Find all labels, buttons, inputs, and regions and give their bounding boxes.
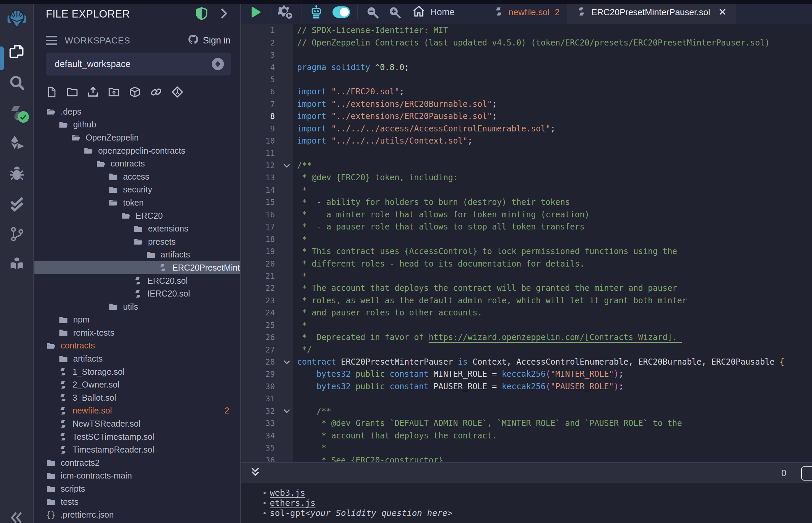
activity-file-explorer-icon[interactable] xyxy=(0,37,34,67)
github-sign-in-button[interactable]: Sign in xyxy=(187,34,231,47)
zoom-in-button[interactable] xyxy=(388,5,401,19)
fold-chevron-icon[interactable] xyxy=(280,409,293,413)
expand-terminal-icon[interactable] xyxy=(249,466,262,480)
tree-item-3-ballot-sol[interactable]: 3_Ballot.sol xyxy=(34,391,240,404)
activity-search-icon[interactable] xyxy=(0,67,34,98)
code-line-14[interactable]: 14 * xyxy=(242,184,812,196)
code-line-36[interactable]: 36 * See {ERC20-constructor}. xyxy=(242,454,812,462)
activity-solidity-compiler-icon[interactable] xyxy=(0,98,34,128)
workspace-select[interactable]: default_workspace xyxy=(46,53,231,75)
terminal-header[interactable]: 0 xyxy=(242,462,812,483)
code-line-15[interactable]: 15 * - ability for holders to burn (dest… xyxy=(242,196,812,208)
code-line-7[interactable]: 7import "../extensions/ERC20Burnable.sol… xyxy=(242,98,812,110)
activity-git-icon[interactable] xyxy=(0,219,34,249)
code-line-32[interactable]: 32 /** xyxy=(242,405,812,417)
activity-debugger-icon[interactable] xyxy=(0,158,34,189)
new-folder-icon[interactable] xyxy=(66,86,78,98)
code-line-34[interactable]: 34 * account that deploys the contract. xyxy=(242,429,812,441)
code-line-29[interactable]: 29 bytes32 public constant MINTER_ROLE =… xyxy=(242,368,812,380)
code-line-23[interactable]: 23 * roles, as well as the default admin… xyxy=(242,294,812,307)
code-line-10[interactable]: 10import "../../../utils/Context.sol"; xyxy=(242,135,812,147)
tree-item-erc20-sol[interactable]: ERC20.sol xyxy=(34,274,240,287)
code-line-24[interactable]: 24 * and pauser roles to other accounts. xyxy=(242,307,812,319)
tree-item-newtsreader-sol[interactable]: NewTSReader.sol xyxy=(34,417,240,430)
code-line-28[interactable]: 28contract ERC20PresetMinterPauser is Co… xyxy=(242,356,812,368)
remix-logo[interactable] xyxy=(0,5,34,32)
tree-item-2-owner-sol[interactable]: 2_Owner.sol xyxy=(34,378,240,391)
tree-item-extensions[interactable]: extensions xyxy=(34,222,240,235)
tree-item-tests[interactable]: tests xyxy=(34,495,240,508)
activity-deploy-run-icon[interactable] xyxy=(0,128,34,158)
run-script-button[interactable] xyxy=(249,5,262,19)
tree-item-github[interactable]: github xyxy=(34,118,240,131)
code-line-12[interactable]: 12/** xyxy=(242,159,812,172)
compile-run-settings-button[interactable] xyxy=(278,4,293,20)
shield-icon[interactable] xyxy=(195,7,208,22)
collapse-sidebar-icon[interactable] xyxy=(9,510,23,523)
code-line-33[interactable]: 33 * @dev Grants `DEFAULT_ADMIN_ROLE`, `… xyxy=(242,417,812,429)
tree-item-scripts[interactable]: scripts xyxy=(34,482,240,495)
ipfs-cube-icon[interactable] xyxy=(129,86,141,98)
code-line-2[interactable]: 2// OpenZeppelin Contracts (last updated… xyxy=(242,36,812,49)
code-line-19[interactable]: 19 * This contract uses {AccessControl} … xyxy=(242,245,812,257)
terminal-search-input[interactable] xyxy=(801,466,812,481)
code-line-27[interactable]: 27 */ xyxy=(242,343,812,356)
link-icon[interactable] xyxy=(150,86,162,98)
code-line-26[interactable]: 26 * _Deprecated in favor of https://wiz… xyxy=(242,331,812,343)
code-editor[interactable]: 1// SPDX-License-Identifier: MIT2// Open… xyxy=(242,24,812,462)
new-file-icon[interactable] xyxy=(46,86,57,98)
tree-item-remix-tests[interactable]: remix-tests xyxy=(34,326,240,339)
code-line-31[interactable]: 31 xyxy=(242,393,812,405)
code-line-11[interactable]: 11 xyxy=(242,147,812,159)
tree-item-icm-contracts-main[interactable]: icm-contracts-main xyxy=(34,469,240,483)
terminal-output[interactable]: •web3.js•ethers.js•sol-gpt <your Solidit… xyxy=(242,483,812,523)
code-line-5[interactable]: 5 xyxy=(242,73,812,86)
code-line-18[interactable]: 18 * xyxy=(242,233,812,245)
terminal-library-link[interactable]: web3.js xyxy=(270,488,305,498)
fold-chevron-icon[interactable] xyxy=(280,163,293,168)
tree-item-contracts[interactable]: contracts xyxy=(34,339,240,353)
tree-item--deps[interactable]: .deps xyxy=(34,105,240,118)
code-line-4[interactable]: 4pragma solidity ^0.8.0; xyxy=(242,61,812,73)
code-line-35[interactable]: 35 * xyxy=(242,442,812,454)
code-line-22[interactable]: 22 * The account that deploys the contra… xyxy=(242,282,812,294)
upload-file-icon[interactable] xyxy=(87,86,99,98)
tree-item-presets[interactable]: presets xyxy=(34,235,240,248)
activity-unit-testing-icon[interactable] xyxy=(0,189,34,219)
tree-item-erc20presetminterpauser-[interactable]: ERC20PresetMinterPauser... xyxy=(34,261,240,274)
code-line-17[interactable]: 17 * - a pauser role that allows to stop… xyxy=(242,221,812,233)
tree-item-artifacts[interactable]: artifacts xyxy=(34,248,240,262)
tree-item-1-storage-sol[interactable]: 1_Storage.sol xyxy=(34,365,240,378)
code-line-21[interactable]: 21 * xyxy=(242,270,812,282)
chevron-right-icon[interactable] xyxy=(217,7,231,22)
terminal-library-link[interactable]: ethers.js xyxy=(270,498,315,508)
code-line-20[interactable]: 20 * different roles - head to its docum… xyxy=(242,257,812,270)
code-line-9[interactable]: 9import "../../../access/AccessControlEn… xyxy=(242,123,812,135)
tree-item-testsctimestamp-sol[interactable]: TestSCTimestamp.sol xyxy=(34,430,240,444)
tree-item-readme-txt[interactable]: README.txt xyxy=(34,521,240,523)
code-line-30[interactable]: 30 bytes32 public constant PAUSER_ROLE =… xyxy=(242,380,812,393)
tree-item-artifacts[interactable]: artifacts xyxy=(34,352,240,365)
workspaces-menu-icon[interactable] xyxy=(46,36,57,45)
code-line-3[interactable]: 3 xyxy=(242,49,812,61)
ai-copilot-icon[interactable] xyxy=(309,5,324,20)
fold-chevron-icon[interactable] xyxy=(280,360,293,364)
tree-item-contracts2[interactable]: contracts2 xyxy=(34,456,240,469)
code-line-8[interactable]: 8import "../extensions/ERC20Pausable.sol… xyxy=(242,110,812,122)
code-line-16[interactable]: 16 * - a minter role that allows for tok… xyxy=(242,209,812,221)
code-line-13[interactable]: 13 * @dev {ERC20} token, including: xyxy=(242,172,812,184)
tree-item-token[interactable]: token xyxy=(34,196,240,209)
activity-learneth-icon[interactable] xyxy=(0,249,34,280)
tab-close-icon[interactable]: ✕ xyxy=(718,7,727,17)
code-line-6[interactable]: 6import "../ERC20.sol"; xyxy=(242,86,812,98)
tree-item-access[interactable]: access xyxy=(34,170,240,183)
copilot-toggle[interactable] xyxy=(333,6,350,18)
code-line-1[interactable]: 1// SPDX-License-Identifier: MIT xyxy=(242,24,812,36)
tree-item-npm[interactable]: npm xyxy=(34,313,240,327)
upload-folder-icon[interactable] xyxy=(108,86,120,98)
tree-item-openzeppelin-contracts[interactable]: openzeppelin-contracts xyxy=(34,144,240,157)
tree-item-contracts[interactable]: contracts xyxy=(34,157,240,170)
tree-item-ierc20-sol[interactable]: IERC20.sol xyxy=(34,287,240,300)
tree-item-timestampreader-sol[interactable]: TimestampReader.sol xyxy=(34,443,240,456)
tree-item-openzeppelin[interactable]: OpenZeppelin xyxy=(34,131,240,144)
